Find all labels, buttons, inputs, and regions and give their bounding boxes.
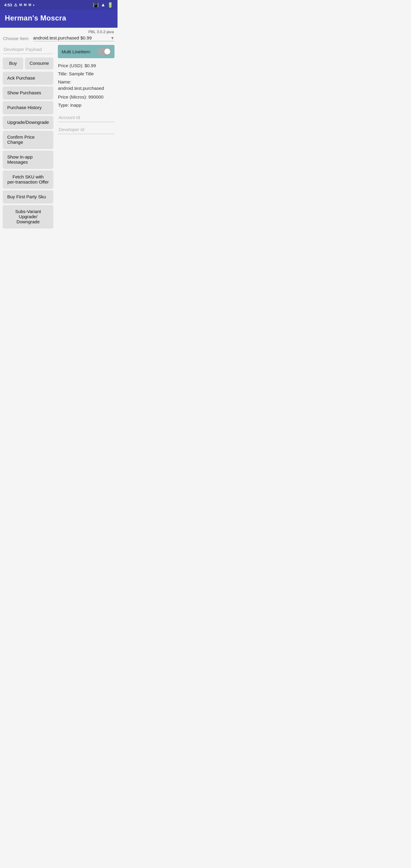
gmail-icon-2: M — [24, 3, 27, 7]
name-row: Name: android.test.purchased — [58, 79, 115, 91]
type-row: Type: inapp — [58, 102, 115, 108]
price-micros-row: Price (Micros): 990000 — [58, 94, 115, 100]
status-bar: 4:53 ⚠ M M M • 📳 ▲ 🔋 — [0, 0, 118, 10]
upgrade-downgrade-button[interactable]: Upgrade/Downgrade — [3, 116, 53, 128]
status-right: 📳 ▲ 🔋 — [93, 2, 113, 8]
buy-consume-row: Buy Consume — [3, 58, 53, 69]
ack-purchase-button[interactable]: Ack Purchase — [3, 72, 53, 84]
multi-lineitem-toggle[interactable] — [98, 48, 111, 55]
account-id-input[interactable] — [58, 113, 115, 122]
time-display: 4:53 — [4, 3, 12, 7]
app-title: Herman's Moscra — [5, 14, 66, 22]
status-left: 4:53 ⚠ M M M • — [4, 3, 34, 7]
multi-lineitem-row: Multi LineItem: — [58, 45, 115, 58]
confirm-price-change-button[interactable]: Confirm Price Change — [3, 131, 53, 148]
right-column: Multi LineItem: Price (USD): $0.99 Title… — [56, 42, 118, 233]
price-usd-row: Price (USD): $0.99 — [58, 62, 115, 69]
multi-lineitem-label: Multi LineItem: — [61, 49, 91, 54]
developer-id-input[interactable] — [58, 125, 115, 134]
item-dropdown-value: android.test.purchased $0.99 — [33, 35, 109, 40]
buy-button[interactable]: Buy — [3, 58, 23, 69]
choose-item-label: Choose Item — [3, 36, 30, 41]
pbl-version: PBL 3.0.2-java — [88, 30, 114, 34]
show-inapp-messages-button[interactable]: Show In-app Messages — [3, 151, 53, 168]
pbl-row: PBL 3.0.2-java — [0, 28, 118, 34]
dot-icon: • — [33, 3, 35, 7]
title-row: Title: Sample Title — [58, 70, 115, 77]
subs-variant-button[interactable]: Subs-Variant Upgrade/ Downgrade — [3, 205, 53, 228]
main-layout: Buy Consume Ack Purchase Show Purchases … — [0, 42, 118, 233]
wifi-icon: ▲ — [101, 2, 105, 7]
fetch-sku-button[interactable]: Fetch SKU with per-transaction Offer — [3, 170, 53, 188]
buy-first-party-sku-button[interactable]: Buy First Party Sku — [3, 190, 53, 203]
toggle-thumb — [104, 49, 110, 55]
alert-icon: ⚠ — [14, 3, 18, 7]
show-purchases-button[interactable]: Show Purchases — [3, 87, 53, 99]
gmail-icon-3: M — [28, 3, 31, 7]
left-column: Buy Consume Ack Purchase Show Purchases … — [0, 42, 56, 233]
developer-payload-input[interactable] — [3, 45, 53, 54]
vibrate-icon: 📳 — [93, 2, 99, 8]
item-dropdown[interactable]: android.test.purchased $0.99 ▼ — [33, 35, 115, 41]
consume-button[interactable]: Consume — [25, 58, 53, 69]
purchase-history-button[interactable]: Purchase History — [3, 101, 53, 114]
battery-icon: 🔋 — [107, 2, 113, 8]
app-header: Herman's Moscra — [0, 10, 118, 28]
chevron-down-icon: ▼ — [110, 36, 115, 40]
choose-item-row: Choose Item android.test.purchased $0.99… — [0, 34, 118, 42]
gmail-icon-1: M — [19, 3, 22, 7]
